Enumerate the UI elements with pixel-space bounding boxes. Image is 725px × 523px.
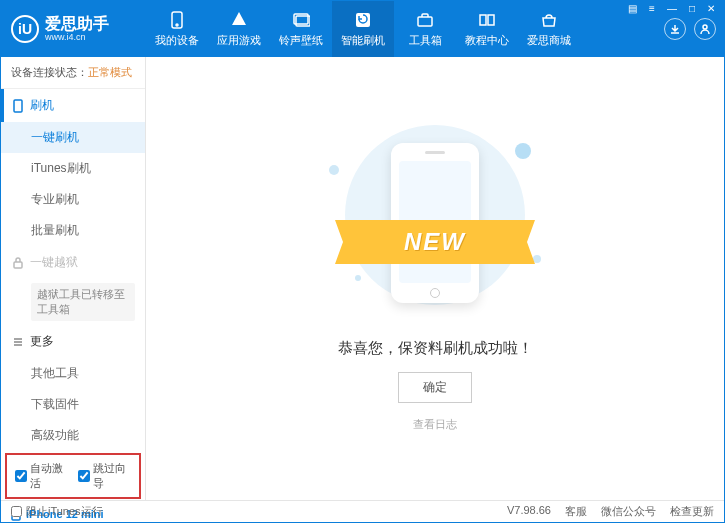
app-header: ▤ ≡ — □ ✕ iU 爱思助手 www.i4.cn 我的设备 应用游戏 铃声… xyxy=(1,1,724,57)
window-menu-icon[interactable]: ▤ xyxy=(625,3,640,14)
success-illustration: NEW xyxy=(315,125,555,325)
store-icon xyxy=(540,11,558,29)
section-more: 更多 其他工具 下载固件 高级功能 xyxy=(1,325,145,451)
nav-my-device[interactable]: 我的设备 xyxy=(146,1,208,57)
toolbox-icon xyxy=(416,11,434,29)
checkbox-skip-guide[interactable]: 跳过向导 xyxy=(78,461,131,491)
svg-rect-7 xyxy=(14,100,22,112)
sidebar: 设备连接状态：正常模式 刷机 一键刷机 iTunes刷机 专业刷机 批量刷机 一… xyxy=(1,57,146,500)
section-jailbreak-head[interactable]: 一键越狱 xyxy=(1,246,145,279)
sidebar-item-batch-flash[interactable]: 批量刷机 xyxy=(1,215,145,246)
svg-point-6 xyxy=(703,25,707,29)
apps-icon xyxy=(230,11,248,29)
app-url: www.i4.cn xyxy=(45,32,109,42)
wechat-link[interactable]: 微信公众号 xyxy=(601,504,656,519)
nav-smart-flash[interactable]: 智能刷机 xyxy=(332,1,394,57)
options-checkbox-row: 自动激活 跳过向导 xyxy=(5,453,141,499)
sidebar-item-pro-flash[interactable]: 专业刷机 xyxy=(1,184,145,215)
svg-point-1 xyxy=(176,24,178,26)
section-flash-head[interactable]: 刷机 xyxy=(1,89,145,122)
wallpaper-icon xyxy=(292,11,310,29)
book-icon xyxy=(478,11,496,29)
logo-area: iU 爱思助手 www.i4.cn xyxy=(1,15,146,43)
app-name: 爱思助手 xyxy=(45,16,109,32)
phone-icon xyxy=(168,11,186,29)
section-jailbreak: 一键越狱 越狱工具已转移至工具箱 xyxy=(1,246,145,325)
lock-icon xyxy=(11,256,24,269)
ok-button[interactable]: 确定 xyxy=(398,372,472,403)
version-label: V7.98.66 xyxy=(507,504,551,519)
main-nav: 我的设备 应用游戏 铃声壁纸 智能刷机 工具箱 教程中心 爱思商城 xyxy=(146,1,580,57)
nav-store[interactable]: 爱思商城 xyxy=(518,1,580,57)
section-flash: 刷机 一键刷机 iTunes刷机 专业刷机 批量刷机 xyxy=(1,89,145,246)
block-itunes-checkbox[interactable]: 阻止iTunes运行 xyxy=(11,504,103,519)
main-content: NEW 恭喜您，保资料刷机成功啦！ 确定 查看日志 xyxy=(146,57,724,500)
device-status: 设备连接状态：正常模式 xyxy=(1,57,145,89)
nav-toolbox[interactable]: 工具箱 xyxy=(394,1,456,57)
download-button[interactable] xyxy=(664,18,686,40)
nav-apps-games[interactable]: 应用游戏 xyxy=(208,1,270,57)
sidebar-item-oneclick-flash[interactable]: 一键刷机 xyxy=(1,122,145,153)
svg-rect-8 xyxy=(14,262,22,268)
sidebar-item-itunes-flash[interactable]: iTunes刷机 xyxy=(1,153,145,184)
view-log-link[interactable]: 查看日志 xyxy=(413,417,457,432)
section-more-head[interactable]: 更多 xyxy=(1,325,145,358)
checkbox-auto-activate[interactable]: 自动激活 xyxy=(15,461,68,491)
customer-service-link[interactable]: 客服 xyxy=(565,504,587,519)
success-message: 恭喜您，保资料刷机成功啦！ xyxy=(338,339,533,358)
new-ribbon: NEW xyxy=(335,220,535,264)
user-button[interactable] xyxy=(694,18,716,40)
list-icon xyxy=(11,335,24,348)
svg-rect-5 xyxy=(418,17,432,26)
refresh-icon xyxy=(354,11,372,29)
sidebar-item-other-tools[interactable]: 其他工具 xyxy=(1,358,145,389)
phone-outline-icon xyxy=(11,99,24,112)
nav-ringtone-wallpaper[interactable]: 铃声壁纸 xyxy=(270,1,332,57)
sidebar-item-download-firmware[interactable]: 下载固件 xyxy=(1,389,145,420)
device-status-value: 正常模式 xyxy=(88,66,132,78)
window-tray-icon[interactable]: ≡ xyxy=(646,3,658,14)
nav-tutorials[interactable]: 教程中心 xyxy=(456,1,518,57)
logo-icon: iU xyxy=(11,15,39,43)
check-update-link[interactable]: 检查更新 xyxy=(670,504,714,519)
jailbreak-note: 越狱工具已转移至工具箱 xyxy=(31,283,135,321)
header-right xyxy=(664,1,716,57)
sidebar-item-advanced[interactable]: 高级功能 xyxy=(1,420,145,451)
